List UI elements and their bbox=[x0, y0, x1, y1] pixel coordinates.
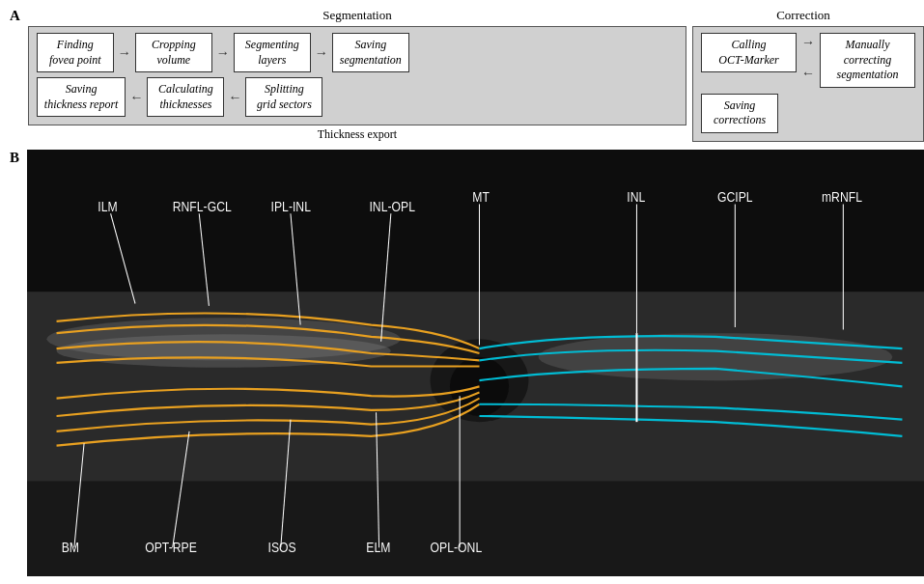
correction-title: Correction bbox=[692, 8, 914, 23]
saving-corrections-box: Savingcorrections bbox=[701, 94, 778, 133]
svg-text:MT: MT bbox=[472, 189, 490, 205]
saving-segmentation-box: Savingsegmentation bbox=[332, 33, 409, 72]
svg-text:INL: INL bbox=[627, 189, 645, 205]
svg-text:IPL-INL: IPL-INL bbox=[271, 199, 312, 214]
finding-fovea-box: Findingfovea point bbox=[37, 33, 114, 72]
svg-text:RNFL-GCL: RNFL-GCL bbox=[173, 199, 232, 214]
saving-thickness-box: Savingthickness report bbox=[37, 77, 126, 117]
svg-point-8 bbox=[539, 334, 893, 381]
main-container: A Segmentation Findingfovea point → Crop… bbox=[0, 0, 924, 584]
arrow-right-down: → bbox=[801, 35, 815, 50]
oct-image: ILM RNFL-GCL IPL-INL INL-OPL MT INL GC bbox=[27, 150, 924, 576]
arrow1: → bbox=[118, 45, 131, 61]
section-a-label: A bbox=[10, 8, 20, 24]
bottom-flow-row: Savingthickness report ← Calculatingthic… bbox=[37, 77, 678, 117]
calling-oct-box: CallingOCT-Marker bbox=[701, 33, 797, 72]
arrow-left2: ← bbox=[228, 90, 241, 105]
segmenting-layers-box: Segmentinglayers bbox=[234, 33, 311, 72]
cropping-volume-box: Croppingvolume bbox=[135, 33, 212, 72]
svg-text:GCIPL: GCIPL bbox=[717, 189, 753, 205]
svg-text:ISOS: ISOS bbox=[268, 540, 296, 555]
svg-text:OPT-RPE: OPT-RPE bbox=[145, 540, 197, 555]
segmentation-box: Findingfovea point → Croppingvolume → Se… bbox=[28, 26, 686, 125]
section-a: A Segmentation Findingfovea point → Crop… bbox=[10, 8, 914, 142]
svg-rect-3 bbox=[27, 150, 924, 292]
diagram-area: Segmentation Findingfovea point → Croppi… bbox=[28, 8, 914, 142]
svg-text:ELM: ELM bbox=[366, 540, 390, 555]
svg-text:mRNFL: mRNFL bbox=[822, 189, 862, 205]
arrow2: → bbox=[216, 45, 230, 61]
section-b-label: B bbox=[10, 150, 22, 166]
arrow-left1: ← bbox=[129, 90, 143, 105]
correction-box: CallingOCT-Marker → ← Manuallycorrecting… bbox=[692, 26, 924, 142]
section-b: B bbox=[10, 150, 914, 576]
svg-text:OPL-ONL: OPL-ONL bbox=[431, 540, 483, 555]
arrow3: → bbox=[315, 45, 328, 61]
oct-svg: ILM RNFL-GCL IPL-INL INL-OPL MT INL GC bbox=[27, 150, 924, 576]
top-flow-row: Findingfovea point → Croppingvolume → Se… bbox=[37, 33, 678, 72]
segmentation-title: Segmentation bbox=[28, 8, 686, 23]
svg-text:ILM: ILM bbox=[98, 199, 117, 214]
calculating-box: Calculatingthicknesses bbox=[147, 77, 224, 117]
splitting-grid-box: Splittinggrid sectors bbox=[245, 77, 322, 117]
svg-text:INL-OPL: INL-OPL bbox=[369, 199, 415, 214]
svg-text:BM: BM bbox=[62, 540, 79, 555]
manually-correcting-box: Manuallycorrectingsegmentation bbox=[820, 33, 915, 88]
thickness-export-label: Thickness export bbox=[28, 127, 686, 142]
arrow-left-up: ← bbox=[801, 66, 815, 81]
